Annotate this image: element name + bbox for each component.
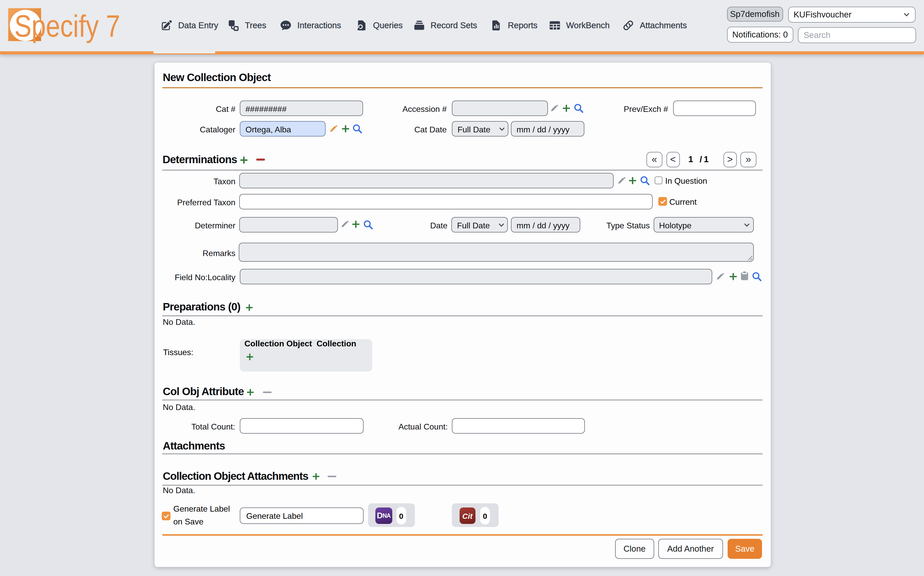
- svg-text:Specify 7: Specify 7: [14, 9, 120, 43]
